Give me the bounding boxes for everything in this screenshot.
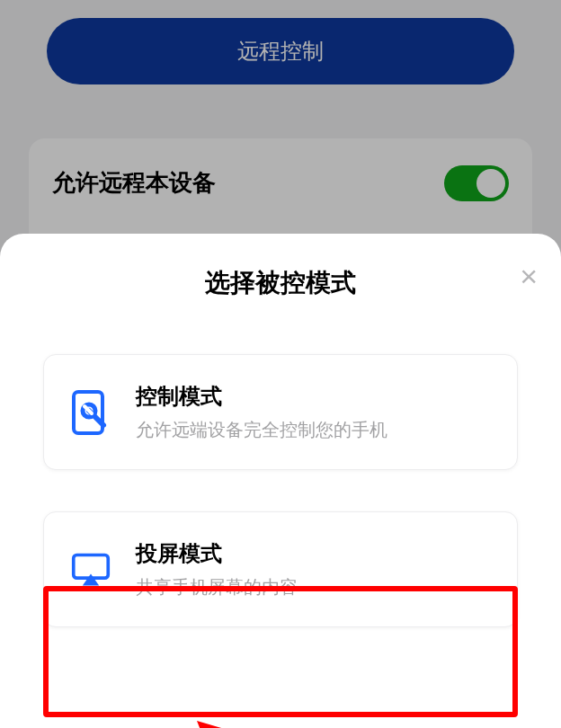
option-cast-mode[interactable]: 投屏模式 共享手机屏幕的内容 [43, 511, 518, 627]
sheet-title: 选择被控模式 [0, 266, 561, 300]
option-cast-text: 投屏模式 共享手机屏幕的内容 [136, 539, 298, 599]
option-control-mode[interactable]: 控制模式 允许远端设备完全控制您的手机 [43, 354, 518, 470]
airplay-icon [71, 546, 111, 593]
option-control-desc: 允许远端设备完全控制您的手机 [136, 418, 387, 442]
phone-wrench-icon [71, 389, 111, 436]
option-cast-desc: 共享手机屏幕的内容 [136, 575, 298, 599]
option-control-text: 控制模式 允许远端设备完全控制您的手机 [136, 382, 387, 442]
close-icon[interactable]: × [520, 261, 538, 291]
mode-sheet: 选择被控模式 × 控制模式 允许远端设备完全控制您的手机 投屏模式 共享手机屏幕… [0, 234, 561, 728]
sheet-header: 选择被控模式 × [0, 261, 561, 327]
option-cast-title: 投屏模式 [136, 539, 298, 568]
option-control-title: 控制模式 [136, 382, 387, 411]
svg-marker-4 [197, 721, 227, 728]
annotation-arrow [193, 717, 427, 728]
